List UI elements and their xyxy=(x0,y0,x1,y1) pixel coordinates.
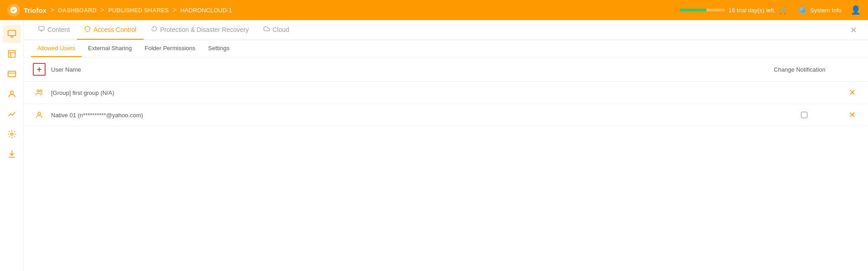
tab-cloud-label: Cloud xyxy=(273,26,289,33)
sidebar xyxy=(0,20,24,271)
table-row: [Group] first group (N/A) ✕ xyxy=(24,82,868,104)
shield-icon xyxy=(84,26,91,33)
breadcrumb-current: HADRONCLOUD-1 xyxy=(180,7,232,14)
tab-content-label: Content xyxy=(47,26,70,33)
sub-tab-folder-permissions-label: Folder Permissions xyxy=(145,45,195,52)
tabs-row: Content Access Control Protection & Disa… xyxy=(24,20,868,40)
svg-point-8 xyxy=(40,90,42,92)
svg-point-0 xyxy=(10,7,17,14)
sidebar-item-settings[interactable] xyxy=(3,125,21,143)
sub-tab-settings-label: Settings xyxy=(208,45,229,52)
monitor-icon xyxy=(38,26,45,33)
tab-access-control-label: Access Control xyxy=(93,26,136,33)
sub-tab-external-sharing-label: External Sharing xyxy=(88,45,132,52)
table-row: Native 01 (n**********@yahoo.com) ✕ xyxy=(24,104,868,126)
trial-bar-bg xyxy=(679,9,725,11)
table-area: + User Name Change Notification [Group] … xyxy=(24,57,868,271)
svg-point-7 xyxy=(37,90,40,92)
svg-rect-1 xyxy=(8,31,16,36)
row-group-name: [Group] first group (N/A) xyxy=(46,89,763,96)
svg-rect-3 xyxy=(8,71,16,77)
breadcrumb-sep3: > xyxy=(172,6,176,14)
row-user-remove-button[interactable]: ✕ xyxy=(845,110,859,120)
tab-access-control[interactable]: Access Control xyxy=(77,20,144,40)
tab-content[interactable]: Content xyxy=(31,20,77,40)
user-icon xyxy=(33,109,46,121)
sidebar-item-devices[interactable] xyxy=(3,65,21,83)
svg-rect-6 xyxy=(39,26,44,30)
trial-info: 16 trial day(s) left. 🛒 xyxy=(679,6,788,15)
row-user-name: Native 01 (n**********@yahoo.com) xyxy=(46,112,763,119)
svg-point-4 xyxy=(10,91,13,94)
breadcrumb-shares[interactable]: PUBLISHED SHARES xyxy=(108,7,169,14)
trial-text: 16 trial day(s) left. xyxy=(728,7,775,14)
system-info[interactable]: ⚙️ System Info xyxy=(797,5,842,15)
topbar-right: 16 trial day(s) left. 🛒 ⚙️ System Info 👤 xyxy=(679,5,861,15)
row-group-remove-button[interactable]: ✕ xyxy=(845,88,859,98)
close-button[interactable]: ✕ xyxy=(847,23,861,37)
sidebar-item-reports[interactable] xyxy=(3,105,21,123)
main-layout: Content Access Control Protection & Disa… xyxy=(0,20,868,271)
svg-rect-2 xyxy=(8,51,15,57)
tab-protection-label: Protection & Disaster Recovery xyxy=(160,26,249,33)
sidebar-item-download[interactable] xyxy=(3,145,21,163)
refresh-icon xyxy=(151,26,157,33)
sub-tab-folder-permissions[interactable]: Folder Permissions xyxy=(138,40,202,57)
trial-bar-fill xyxy=(679,9,707,11)
col-username-header: User Name xyxy=(46,66,754,73)
svg-point-9 xyxy=(38,112,41,115)
system-info-label: System Info xyxy=(810,7,842,14)
sub-tab-allowed-users[interactable]: Allowed Users xyxy=(31,40,82,57)
add-user-button[interactable]: + xyxy=(33,63,46,76)
svg-point-5 xyxy=(10,133,13,136)
group-icon xyxy=(33,86,46,99)
content-area: Content Access Control Protection & Disa… xyxy=(24,20,868,271)
breadcrumb-dashboard[interactable]: DASHBOARD xyxy=(58,7,97,14)
sub-tab-settings[interactable]: Settings xyxy=(202,40,236,57)
sidebar-item-users[interactable] xyxy=(3,85,21,103)
topbar-left: Triofox > DASHBOARD > PUBLISHED SHARES >… xyxy=(7,4,232,16)
breadcrumb-sep1: > xyxy=(50,6,54,14)
topbar: Triofox > DASHBOARD > PUBLISHED SHARES >… xyxy=(0,0,868,20)
col-notification-header: Change Notification xyxy=(754,66,845,73)
row-user-checkbox-area[interactable] xyxy=(763,112,845,118)
row-user-notification-checkbox[interactable] xyxy=(801,112,807,118)
sub-tab-external-sharing[interactable]: External Sharing xyxy=(82,40,138,57)
table-header: + User Name Change Notification xyxy=(24,57,868,82)
breadcrumb-sep2: > xyxy=(100,6,104,14)
sub-tabs-row: Allowed Users External Sharing Folder Pe… xyxy=(24,40,868,57)
gear-icon: ⚙️ xyxy=(797,5,807,15)
tab-cloud[interactable]: Cloud xyxy=(256,20,297,40)
sidebar-item-dashboard[interactable] xyxy=(3,25,21,43)
sidebar-item-analytics[interactable] xyxy=(3,45,21,63)
sub-tab-allowed-users-label: Allowed Users xyxy=(37,45,75,52)
brand-name: Triofox xyxy=(24,6,46,14)
user-avatar-icon[interactable]: 👤 xyxy=(851,5,861,15)
tab-protection[interactable]: Protection & Disaster Recovery xyxy=(144,20,256,40)
triofox-logo xyxy=(7,4,20,16)
cloud-icon xyxy=(264,26,270,33)
cart-icon[interactable]: 🛒 xyxy=(779,6,788,15)
